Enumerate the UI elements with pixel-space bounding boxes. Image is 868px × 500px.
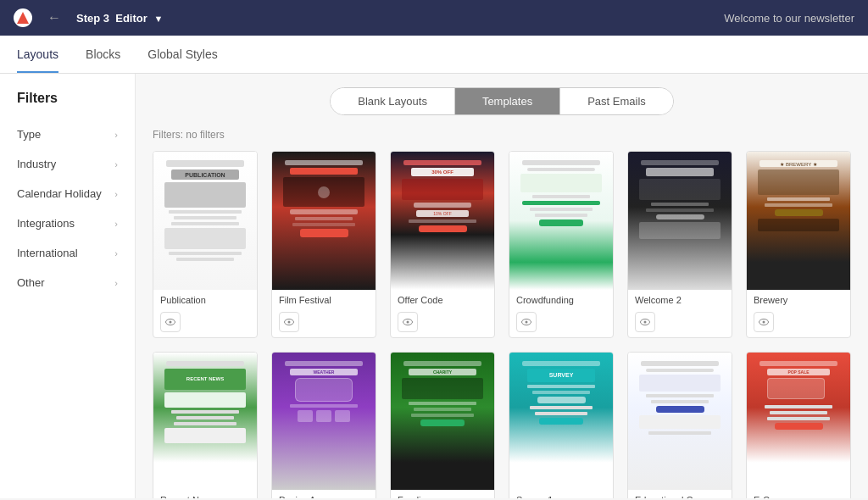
main-content: Filters Type › Industry › Calendar Holid… (0, 74, 868, 498)
chevron-right-icon: › (114, 130, 118, 140)
tab-blocks[interactable]: Blocks (86, 36, 120, 73)
header-left: ← Step 3 Editor ▼ (14, 8, 163, 27)
step-label: Step 3 Editor ▼ (76, 12, 163, 25)
step-number: Step 3 (76, 12, 109, 25)
chevron-right-icon: › (114, 159, 118, 169)
template-thumb-crowdfunding (509, 152, 613, 290)
toggle-group: Blank Layouts Templates Past Emails (330, 87, 674, 115)
template-card-brewery[interactable]: ★ BREWERY ★ Brewery (746, 151, 851, 338)
template-thumb-brewery: ★ BREWERY ★ (747, 152, 850, 290)
template-icon-bar-welcome-2 (628, 308, 732, 337)
template-card-e-commerce[interactable]: POP SALE E-Commerce (746, 352, 851, 498)
template-name-funding: Funding (391, 490, 494, 498)
template-thumb-film-festival (272, 152, 376, 290)
sidebar-item-industry-label: Industry (17, 158, 56, 170)
sidebar-item-calendar-label: Calendar Holiday (17, 187, 102, 200)
sidebar-item-integrations[interactable]: Integrations › (0, 208, 135, 238)
template-card-survey-1[interactable]: SURVEY Survey 1 (509, 352, 614, 498)
template-thumb-educational-courses (628, 353, 732, 491)
content-area: Blank Layouts Templates Past Emails Filt… (136, 74, 868, 498)
template-card-publication[interactable]: PUBLICATION Publication (153, 151, 258, 338)
editor-dropdown-arrow[interactable]: ▼ (153, 14, 163, 24)
template-thumb-welcome-2 (628, 152, 732, 290)
preview-button-offer-code[interactable] (398, 312, 418, 332)
svg-point-9 (644, 320, 647, 323)
app-header: ← Step 3 Editor ▼ Welcome to our newslet… (0, 0, 868, 36)
template-name-offer-code: Offer Code (391, 290, 494, 308)
back-button[interactable]: ← (42, 8, 66, 27)
template-card-offer-code[interactable]: 30% OFF 10% OFF Offer Code (390, 151, 495, 338)
template-thumb-funding: CHARITY (391, 353, 494, 491)
sidebar-title: Filters (0, 91, 135, 119)
header-welcome: Welcome to our newsletter (724, 12, 854, 25)
chevron-right-icon: › (114, 278, 118, 288)
template-card-recent-news[interactable]: RECENT NEWS Recent News (153, 352, 258, 498)
svg-point-3 (288, 320, 291, 323)
toggle-blank-layouts[interactable]: Blank Layouts (331, 88, 455, 114)
template-name-publication: Publication (153, 290, 257, 308)
template-thumb-e-commerce: POP SALE (747, 353, 850, 491)
template-card-funding[interactable]: CHARITY Funding (390, 352, 495, 498)
sidebar-item-type[interactable]: Type › (0, 119, 135, 149)
svg-point-7 (526, 320, 528, 323)
template-name-educational-courses: Educational Courses (628, 490, 732, 498)
app-logo (14, 8, 32, 27)
sidebar-item-other[interactable]: Other › (0, 268, 135, 297)
template-thumb-device-app: WEATHER (272, 353, 376, 491)
template-thumb-recent-news: RECENT NEWS (153, 353, 257, 491)
template-thumb-survey-1: SURVEY (509, 353, 613, 491)
tab-global-styles[interactable]: Global Styles (147, 36, 217, 73)
template-thumb-publication: PUBLICATION (153, 152, 257, 290)
preview-button-film-festival[interactable] (279, 312, 299, 332)
sidebar-item-international[interactable]: International › (0, 238, 135, 268)
template-icon-bar-brewery (747, 308, 850, 337)
template-name-crowdfunding: Crowdfunding (509, 290, 613, 308)
template-card-film-festival[interactable]: Film Festival (271, 151, 376, 338)
chevron-right-icon: › (114, 189, 118, 199)
template-card-crowdfunding[interactable]: Crowdfunding (509, 151, 614, 338)
template-name-film-festival: Film Festival (272, 290, 376, 308)
tab-layouts[interactable]: Layouts (17, 36, 58, 73)
toggle-past-emails[interactable]: Past Emails (560, 88, 673, 114)
template-name-welcome-2: Welcome 2 (628, 290, 732, 308)
template-icon-bar-film-festival (272, 308, 376, 337)
sidebar: Filters Type › Industry › Calendar Holid… (0, 74, 136, 498)
template-name-survey-1: Survey 1 (509, 490, 613, 498)
template-thumb-offer-code: 30% OFF 10% OFF (391, 152, 494, 290)
svg-point-11 (763, 320, 765, 323)
preview-button-crowdfunding[interactable] (516, 312, 537, 332)
svg-point-1 (170, 320, 172, 323)
template-card-educational-courses[interactable]: Educational Courses (627, 352, 732, 498)
logo-icon (17, 12, 29, 24)
template-name-recent-news: Recent News (153, 490, 257, 498)
chevron-right-icon: › (114, 248, 118, 258)
filters-label: Filters: no filters (153, 129, 851, 141)
template-card-welcome-2[interactable]: Welcome 2 (627, 151, 732, 338)
sidebar-item-integrations-label: Integrations (17, 217, 75, 230)
toggle-templates[interactable]: Templates (455, 88, 560, 114)
template-icon-bar-offer-code (391, 308, 494, 337)
sidebar-item-other-label: Other (17, 276, 45, 289)
sidebar-item-industry[interactable]: Industry › (0, 149, 135, 179)
template-name-brewery: Brewery (747, 290, 850, 308)
chevron-right-icon: › (114, 219, 118, 229)
template-card-device-app[interactable]: WEATHER Device App (271, 352, 376, 498)
preview-button-brewery[interactable] (754, 312, 774, 332)
sidebar-item-international-label: International (17, 247, 78, 259)
svg-point-5 (407, 320, 409, 323)
template-name-device-app: Device App (272, 490, 376, 498)
nav-tabs-bar: Layouts Blocks Global Styles (0, 36, 868, 74)
template-name-e-commerce: E-Commerce (747, 490, 850, 498)
editor-label: Editor (115, 12, 147, 25)
template-icon-bar-publication (153, 308, 257, 337)
preview-button-welcome-2[interactable] (635, 312, 655, 332)
template-grid: PUBLICATION Publication (153, 151, 851, 498)
preview-button-publication[interactable] (160, 312, 181, 332)
sidebar-item-type-label: Type (17, 128, 41, 141)
sidebar-item-calendar-holiday[interactable]: Calendar Holiday › (0, 179, 135, 208)
toggle-bar: Blank Layouts Templates Past Emails (153, 87, 851, 115)
template-icon-bar-crowdfunding (509, 308, 613, 337)
